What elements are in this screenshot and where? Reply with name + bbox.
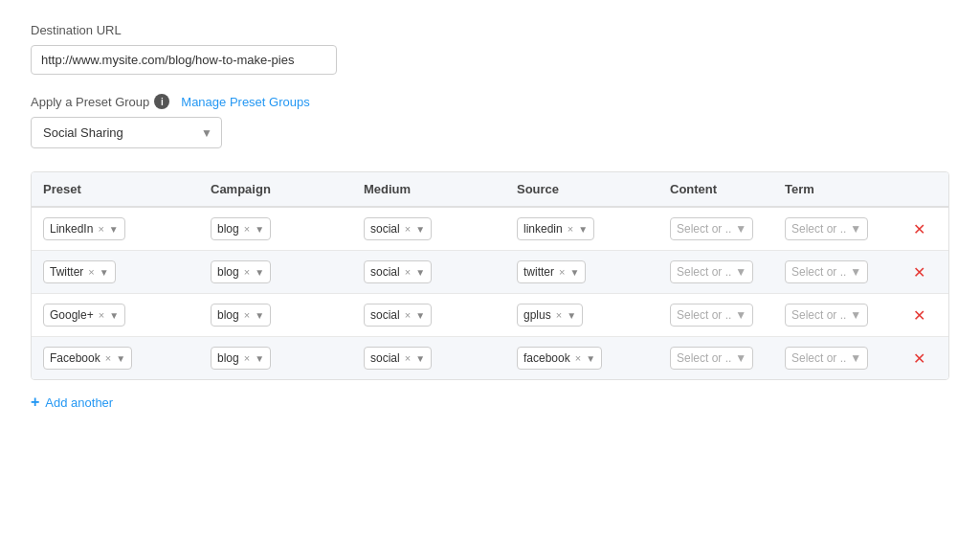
preset-group-select-wrapper: Social Sharing Email Marketing Paid Sear… (31, 117, 222, 148)
medium-tag-remove-icon[interactable]: × (404, 352, 412, 364)
col-header-actions (900, 182, 938, 196)
cell-source-facebook: facebook × ▼ (517, 347, 670, 370)
source-tag-arrow-icon[interactable]: ▼ (586, 353, 595, 364)
source-tag-arrow-icon[interactable]: ▼ (578, 224, 588, 235)
preset-tag-remove-icon[interactable]: × (97, 223, 104, 235)
cell-medium-linkedin: social × ▼ (364, 217, 517, 240)
preset-tag-arrow-icon[interactable]: ▼ (100, 267, 109, 278)
content-select-linkedin[interactable]: Select or .. ▼ (670, 217, 753, 240)
term-select-googleplus[interactable]: Select or .. ▼ (785, 304, 868, 327)
col-header-source: Source (517, 182, 670, 196)
content-placeholder-text: Select or .. (677, 265, 731, 279)
medium-tag-remove-icon[interactable]: × (404, 309, 412, 321)
add-another-button[interactable]: + Add another (31, 394, 113, 411)
medium-tag-arrow-icon[interactable]: ▼ (415, 353, 425, 364)
content-select-facebook[interactable]: Select or .. ▼ (670, 347, 753, 370)
campaign-tag-label: blog (217, 222, 239, 236)
delete-row-twitter[interactable]: ✕ (900, 263, 938, 282)
info-icon[interactable]: i (154, 94, 169, 109)
preset-group-label: Apply a Preset Group i (31, 94, 169, 109)
source-tag-linkedin[interactable]: linkedin × ▼ (517, 217, 594, 240)
preset-tag-remove-icon[interactable]: × (104, 352, 112, 364)
preset-tag-remove-icon[interactable]: × (98, 309, 105, 321)
preset-tag-label: Google+ (50, 308, 94, 322)
cell-preset-linkedin: LinkedIn × ▼ (43, 217, 211, 240)
preset-tag-arrow-icon[interactable]: ▼ (109, 224, 119, 235)
cell-preset-googleplus: Google+ × ▼ (43, 304, 211, 327)
preset-tag-arrow-icon[interactable]: ▼ (116, 353, 125, 364)
preset-tag-arrow-icon[interactable]: ▼ (109, 310, 119, 321)
medium-tag-arrow-icon[interactable]: ▼ (415, 267, 425, 278)
col-header-preset: Preset (43, 182, 211, 196)
campaign-tag-remove-icon[interactable]: × (243, 309, 251, 321)
table-header: Preset Campaign Medium Source Content Te… (32, 172, 948, 208)
campaign-tag-remove-icon[interactable]: × (243, 266, 251, 278)
source-tag-googleplus[interactable]: gplus × ▼ (517, 304, 583, 327)
source-tag-remove-icon[interactable]: × (567, 223, 574, 235)
source-tag-remove-icon[interactable]: × (558, 266, 566, 278)
preset-tag-facebook[interactable]: Facebook × ▼ (43, 347, 132, 370)
term-select-linkedin[interactable]: Select or .. ▼ (785, 217, 868, 240)
source-tag-facebook[interactable]: facebook × ▼ (517, 347, 602, 370)
source-tag-arrow-icon[interactable]: ▼ (569, 267, 579, 278)
source-tag-remove-icon[interactable]: × (574, 352, 582, 364)
medium-tag-facebook[interactable]: social × ▼ (364, 347, 432, 370)
medium-tag-arrow-icon[interactable]: ▼ (415, 224, 425, 235)
cell-source-googleplus: gplus × ▼ (517, 304, 670, 327)
campaign-tag-label: blog (217, 265, 239, 279)
medium-tag-label: social (370, 351, 400, 365)
cell-preset-twitter: Twitter × ▼ (43, 260, 211, 283)
preset-tag-remove-icon[interactable]: × (87, 266, 95, 278)
content-select-googleplus[interactable]: Select or .. ▼ (670, 304, 753, 327)
delete-row-facebook[interactable]: ✕ (900, 349, 938, 368)
cell-preset-facebook: Facebook × ▼ (43, 347, 211, 370)
term-placeholder-text: Select or .. (791, 308, 846, 322)
presets-table: Preset Campaign Medium Source Content Te… (31, 171, 949, 380)
cell-content-twitter: Select or .. ▼ (670, 260, 785, 283)
term-arrow-icon: ▼ (850, 351, 861, 365)
medium-tag-remove-icon[interactable]: × (404, 266, 412, 278)
cell-medium-facebook: social × ▼ (364, 347, 517, 370)
cell-campaign-linkedin: blog × ▼ (211, 217, 364, 240)
delete-row-googleplus[interactable]: ✕ (900, 306, 938, 325)
source-tag-remove-icon[interactable]: × (555, 309, 563, 321)
campaign-tag-arrow-icon[interactable]: ▼ (255, 224, 264, 235)
medium-tag-googleplus[interactable]: social × ▼ (364, 304, 432, 327)
destination-url-input[interactable] (31, 45, 337, 75)
medium-tag-linkedin[interactable]: social × ▼ (364, 217, 432, 240)
delete-row-linkedin[interactable]: ✕ (900, 220, 938, 238)
medium-tag-label: social (370, 265, 400, 279)
content-placeholder-text: Select or .. (677, 308, 731, 322)
campaign-tag-arrow-icon[interactable]: ▼ (255, 310, 264, 321)
campaign-tag-label: blog (217, 351, 239, 365)
campaign-tag-linkedin[interactable]: blog × ▼ (211, 217, 271, 240)
content-select-twitter[interactable]: Select or .. ▼ (670, 260, 753, 283)
term-placeholder-text: Select or .. (791, 222, 846, 236)
campaign-tag-remove-icon[interactable]: × (243, 352, 251, 364)
term-select-facebook[interactable]: Select or .. ▼ (785, 347, 868, 370)
campaign-tag-remove-icon[interactable]: × (243, 223, 251, 235)
term-placeholder-text: Select or .. (791, 265, 846, 279)
campaign-tag-facebook[interactable]: blog × ▼ (211, 347, 271, 370)
campaign-tag-arrow-icon[interactable]: ▼ (255, 267, 264, 278)
add-another-label: Add another (45, 395, 113, 410)
campaign-tag-twitter[interactable]: blog × ▼ (211, 260, 271, 283)
term-select-twitter[interactable]: Select or .. ▼ (785, 260, 868, 283)
preset-group-row: Apply a Preset Group i Manage Preset Gro… (31, 94, 949, 109)
preset-group-select[interactable]: Social Sharing Email Marketing Paid Sear… (31, 117, 222, 148)
medium-tag-twitter[interactable]: social × ▼ (364, 260, 432, 283)
cell-campaign-twitter: blog × ▼ (211, 260, 364, 283)
medium-tag-label: social (370, 222, 400, 236)
source-tag-twitter[interactable]: twitter × ▼ (517, 260, 586, 283)
campaign-tag-googleplus[interactable]: blog × ▼ (211, 304, 271, 327)
preset-tag-linkedin[interactable]: LinkedIn × ▼ (43, 217, 125, 240)
campaign-tag-arrow-icon[interactable]: ▼ (255, 353, 264, 364)
source-tag-arrow-icon[interactable]: ▼ (567, 310, 576, 321)
cell-content-linkedin: Select or .. ▼ (670, 217, 785, 240)
medium-tag-remove-icon[interactable]: × (404, 223, 412, 235)
preset-tag-twitter[interactable]: Twitter × ▼ (43, 260, 116, 283)
medium-tag-arrow-icon[interactable]: ▼ (415, 310, 425, 321)
preset-tag-googleplus[interactable]: Google+ × ▼ (43, 304, 125, 327)
manage-preset-groups-link[interactable]: Manage Preset Groups (181, 95, 309, 109)
destination-url-section: Destination URL (31, 23, 949, 75)
